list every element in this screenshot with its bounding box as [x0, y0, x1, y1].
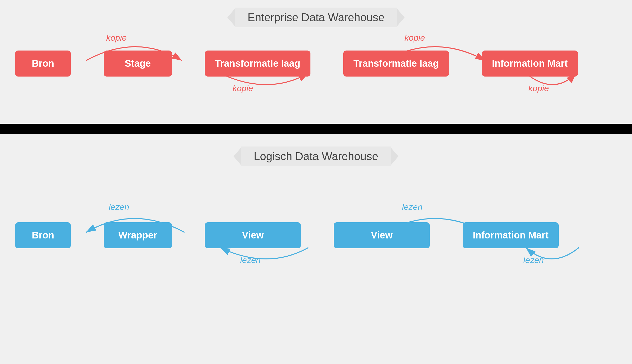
ldw-infomart-box: Information Mart — [463, 222, 559, 248]
edw-infomart-box: Information Mart — [482, 51, 578, 77]
ldw-lezen-1: lezen — [109, 202, 129, 212]
edw-trans2-box: Transformatie laag — [343, 51, 449, 77]
ldw-lezen-4: lezen — [523, 255, 544, 265]
ldw-bron-box: Bron — [15, 222, 71, 248]
panel-divider — [0, 124, 632, 134]
ldw-panel: Logisch Data Warehouse lezen lezen lezen… — [0, 134, 632, 364]
edw-kopie-1: kopie — [106, 33, 127, 43]
ldw-lezen-2: lezen — [240, 255, 261, 265]
edw-kopie-2: kopie — [233, 83, 253, 93]
edw-kopie-3: kopie — [404, 33, 425, 43]
ldw-view1-box: View — [205, 222, 301, 248]
ldw-wrapper-box: Wrapper — [104, 222, 172, 248]
edw-bron-box: Bron — [15, 51, 71, 77]
edw-kopie-4: kopie — [528, 83, 549, 93]
edw-stage-box: Stage — [104, 51, 172, 77]
edw-trans1-box: Transformatie laag — [205, 51, 310, 77]
ldw-view2-box: View — [334, 222, 430, 248]
ldw-arrows-svg — [0, 134, 632, 364]
ldw-lezen-3: lezen — [402, 202, 422, 212]
edw-panel: Enterprise Data Warehouse kopie kopie ko… — [0, 0, 632, 124]
